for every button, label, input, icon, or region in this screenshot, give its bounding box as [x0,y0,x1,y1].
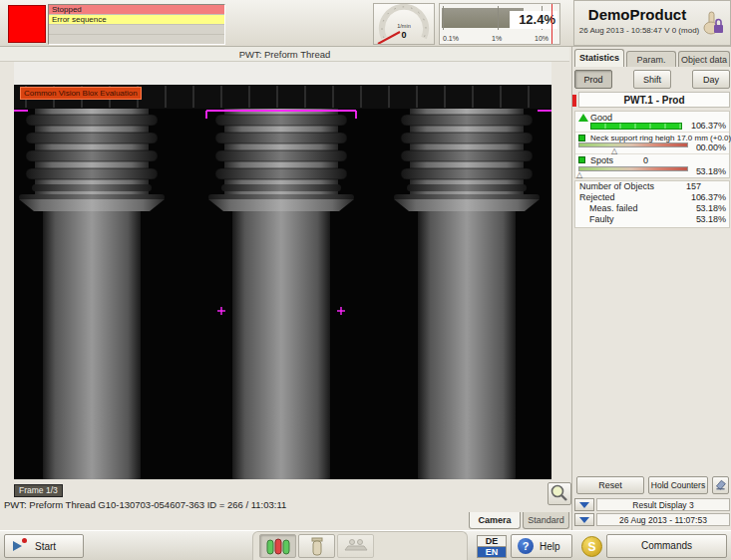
feature-square-icon [578,135,585,141]
result-time-row: 26 Aug 2013 - 11:07:53 [574,513,730,526]
status-row-stopped[interactable]: Stopped [49,5,224,15]
stat-row-neck-ring[interactable]: Neck support ring heigh 17.0 mm (+0.0) △… [575,133,729,154]
status-row-empty [49,25,224,35]
question-mark-icon: ? [518,538,534,554]
stat-row-spots[interactable]: Spots 0 △ 5 3.18% [575,154,729,177]
status-row-empty [49,35,224,45]
stats-header: PWT.1 - Prod [578,92,730,108]
object-row: Number of Objects 157 [575,181,729,192]
signal-lamps-button[interactable] [259,534,296,558]
touch-lock-icon[interactable] [700,9,726,37]
stat-mid-value: 0 [643,155,648,165]
tolerance-bar [578,166,688,171]
preform-image-icon [14,62,551,479]
machine-view-button [337,534,374,558]
tab-statistics[interactable]: Statistics [574,49,624,67]
object-percent: 6.37% [700,192,726,203]
gauge-value: 0 [401,30,406,40]
object-label: Number of Objects [579,181,654,192]
language-toggle[interactable]: DE EN [477,535,507,558]
chevron-down-icon [579,502,589,508]
commands-button[interactable]: Commands [606,534,727,558]
gauge-unit-label: 1/min [397,23,410,29]
help-button-label: Help [540,541,560,552]
object-counts: Number of Objects 157 Rejected 10 6.37% … [574,180,730,228]
rate-gauge: 1/min 0 [373,3,435,45]
top-status-bar: Stopped Error sequence 1/min 0 0.1% 1% 1… [0,0,731,47]
evaluation-watermark: Common Vision Blox Evaluation [20,87,142,100]
result-display-dropdown[interactable] [574,498,594,511]
tolerance-bar [578,142,688,147]
stat-name: Neck support ring heigh 17.0 mm (+0.0) [590,134,731,142]
stat-row-good[interactable]: Good 10 6.37% [575,112,729,133]
meter-tick-label: 1% [492,35,502,42]
service-button[interactable]: S [581,536,602,557]
viewer-title: PWT: Preform Thread [0,47,569,62]
statistics-panel: Statistics Param. Object data Prod Shift… [571,47,731,530]
stat-name: Good [590,113,612,123]
result-time-field[interactable]: 26 Aug 2013 - 11:07:53 [596,513,730,526]
stat-percent: 0.00% [700,142,726,152]
play-icon [13,539,27,553]
preform-view-button[interactable] [298,534,335,558]
meter-threshold-line [551,4,552,44]
gauge-dial-icon: 1/min 0 [374,4,434,44]
image-status-line: PWT: Preform Thread G10-130703-054607-36… [4,499,286,510]
product-name: DemoProduct [574,6,700,23]
tab-standard[interactable]: Standard [523,512,569,529]
start-button-label: Start [35,541,56,552]
stat-name: Spots [590,155,613,165]
object-label: Rejected [579,192,615,203]
reset-button[interactable]: Reset [576,476,644,494]
bottom-toolbar: Start DE EN ? [0,530,731,560]
good-bar [590,123,682,130]
frame-indicator[interactable]: Frame 1/3 [14,484,63,497]
result-display-row: Result Display 3 [574,498,730,511]
tolerance-marker-icon: △ [576,171,582,179]
help-button[interactable]: ? Help [511,534,572,558]
selection-marker [572,95,576,107]
machine-icon [343,538,369,554]
object-row: Rejected 10 6.37% [575,192,729,203]
tab-object-data[interactable]: Object data [678,51,730,67]
product-header: DemoProduct 26 Aug 2013 - 10:58:47 V 0 (… [573,0,731,46]
meter-tick-label: 0.1% [443,35,459,42]
object-label: Faulty [589,214,614,225]
preform-icon [309,537,325,556]
language-en[interactable]: EN [478,547,506,557]
alarm-indicator [8,5,46,43]
record-dot-icon [22,538,27,543]
tab-camera[interactable]: Camera [469,512,521,529]
start-button[interactable]: Start [4,534,84,558]
period-shift-button[interactable]: Shift [633,70,671,89]
stat-percent: 3.18% [700,166,726,176]
result-time-dropdown[interactable] [574,513,594,526]
stats-list: Good 10 6.37% Neck support ring heigh 17… [574,111,730,178]
tab-param[interactable]: Param. [626,51,676,67]
object-row: Meas. failed 5 3.18% [575,203,729,214]
object-label: Meas. failed [589,203,638,214]
status-row-error[interactable]: Error sequence [49,15,224,25]
period-prod-button[interactable]: Prod [574,70,612,89]
stat-percent: 6.37% [700,121,726,131]
good-triangle-icon [578,114,588,122]
chevron-down-icon [579,517,589,523]
magnifier-icon [548,483,570,504]
clear-button[interactable] [712,476,729,494]
reject-rate-meter: 0.1% 1% 10% 12.4% [439,3,560,45]
period-day-button[interactable]: Day [692,70,730,89]
traffic-lights-icon [266,538,290,555]
app-window: Stopped Error sequence 1/min 0 0.1% 1% 1… [0,0,731,560]
meter-value: 12.4% [510,11,557,29]
feature-square-icon [578,156,585,163]
language-de[interactable]: DE [478,536,506,547]
product-datetime: 26 Aug 2013 - 10:58:47 V 0 (mod) [574,26,704,35]
result-display-field[interactable]: Result Display 3 [596,498,730,511]
eraser-icon [714,477,727,490]
hold-counters-button[interactable]: Hold Counters [648,476,708,494]
meter-tick [498,6,499,30]
zoom-button[interactable] [548,482,571,505]
camera-image[interactable]: Common Vision Blox Evaluation [14,62,551,479]
machine-status-list[interactable]: Stopped Error sequence [48,4,225,45]
object-percent: 3.18% [700,214,726,225]
